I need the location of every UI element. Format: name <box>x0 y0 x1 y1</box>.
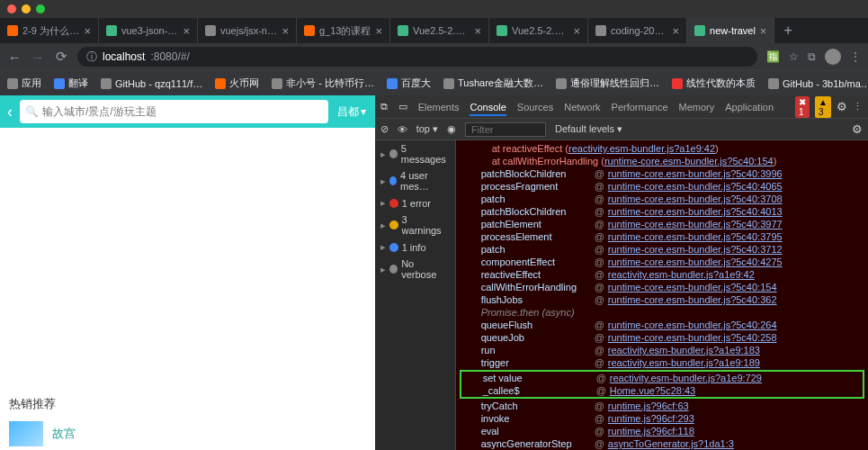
device-toggle-icon[interactable]: ▭ <box>398 101 407 112</box>
source-link[interactable]: runtime.js?96cf:118 <box>608 426 694 436</box>
stack-frame[interactable]: reactiveEffect@reactivity.esm-bundler.js… <box>460 268 864 281</box>
source-link[interactable]: reactivity.esm-bundler.js?a1e9:183 <box>608 345 760 356</box>
browser-tab[interactable]: Vue2.5-2.6-3.0× <box>390 18 489 43</box>
sidebar-filter-row[interactable]: ▸5 messages <box>375 140 455 167</box>
error-badge[interactable]: ✖ 1 <box>795 96 810 118</box>
browser-menu-icon[interactable]: ⋮ <box>850 50 861 63</box>
bookmark-item[interactable]: 通俗理解线性回归… <box>556 76 659 90</box>
source-link[interactable]: runtime-core.esm-bundler.js?5c40:264 <box>608 320 777 330</box>
stack-frame[interactable]: queueJob@runtime-core.esm-bundler.js?5c4… <box>460 331 864 344</box>
bookmark-item[interactable]: Tushare金融大数… <box>443 76 543 90</box>
stack-frame[interactable]: patch@runtime-core.esm-bundler.js?5c40:3… <box>460 193 864 205</box>
devtools-tab[interactable]: Console <box>470 102 506 116</box>
stack-frame[interactable]: trigger@reactivity.esm-bundler.js?a1e9:1… <box>460 356 864 369</box>
stack-frame[interactable]: processFragment@runtime-core.esm-bundler… <box>460 180 864 193</box>
close-icon[interactable]: × <box>375 24 382 38</box>
stack-frame[interactable]: eval@runtime.js?96cf:118 <box>460 425 864 437</box>
site-info-icon[interactable]: ⓘ <box>86 50 97 65</box>
sidebar-filter-row[interactable]: ▸1 info <box>375 238 455 256</box>
bookmark-item[interactable]: 应用 <box>7 76 41 90</box>
clear-console-icon[interactable]: ⊘ <box>380 123 389 135</box>
stack-frame[interactable]: callWithErrorHandling@runtime-core.esm-b… <box>460 281 864 293</box>
browser-tab[interactable]: Vue2.5-2.6-3.0× <box>489 18 588 43</box>
source-link[interactable]: runtime-core.esm-bundler.js?5c40:3708 <box>608 194 783 204</box>
list-item[interactable]: 故宫 <box>0 418 375 450</box>
traffic-light-min[interactable] <box>22 4 31 14</box>
close-icon[interactable]: × <box>760 24 767 38</box>
devtools-tab[interactable]: Sources <box>517 102 553 112</box>
nav-back-button[interactable]: ← <box>7 50 22 65</box>
stack-frame[interactable]: tryCatch@runtime.js?96cf:63 <box>460 400 864 412</box>
source-link[interactable]: Home.vue?5c28:43 <box>610 385 695 396</box>
sidebar-filter-row[interactable]: ▸No verbose <box>375 256 455 283</box>
source-link[interactable]: reactivity.esm-bundler.js?a1e9:729 <box>610 373 762 383</box>
stack-frame[interactable]: patchBlockChildren@runtime-core.esm-bund… <box>460 167 864 180</box>
avatar-icon[interactable] <box>825 49 841 65</box>
eye-icon-2[interactable]: ◉ <box>447 123 456 135</box>
nav-forward-button[interactable]: → <box>31 50 45 65</box>
sidebar-filter-row[interactable]: ▸4 user mes… <box>375 167 455 194</box>
app-back-button[interactable]: ‹ <box>4 103 16 122</box>
source-link[interactable]: runtime-core.esm-bundler.js?5c40:4275 <box>608 256 783 267</box>
source-link[interactable]: runtime-core.esm-bundler.js?5c40:154 <box>608 282 777 292</box>
source-link[interactable]: runtime-core.esm-bundler.js?5c40:154 <box>604 156 774 166</box>
error-line[interactable]: at callWithErrorHandling (runtime-core.e… <box>460 155 864 167</box>
devtools-tab[interactable]: Network <box>564 102 600 112</box>
stack-frame[interactable]: set value@reactivity.esm-bundler.js?a1e9… <box>461 372 863 384</box>
close-icon[interactable]: × <box>84 24 91 38</box>
close-icon[interactable]: × <box>474 24 481 38</box>
stack-frame[interactable]: patchBlockChildren@runtime-core.esm-bund… <box>460 205 864 218</box>
source-link[interactable]: reactivity.esm-bundler.js?a1e9:42 <box>608 269 755 280</box>
source-link[interactable]: runtime.js?96cf:63 <box>608 400 689 411</box>
stack-frame[interactable]: run@reactivity.esm-bundler.js?a1e9:183 <box>460 344 864 356</box>
devtools-tab[interactable]: Elements <box>418 102 460 112</box>
source-link[interactable]: runtime-core.esm-bundler.js?5c40:362 <box>608 294 777 305</box>
browser-tab[interactable]: 2-9 为什么vscod× <box>0 18 99 43</box>
translate-icon[interactable]: 🈯 <box>766 50 780 63</box>
stack-frame[interactable]: _callee$@Home.vue?5c28:43 <box>461 384 863 397</box>
close-icon[interactable]: × <box>573 24 580 38</box>
source-link[interactable]: reactivity.esm-bundler.js?a1e9:42 <box>568 143 715 154</box>
source-link[interactable]: runtime-core.esm-bundler.js?5c40:3977 <box>608 219 783 230</box>
browser-tab[interactable]: g_13的课程× <box>297 18 390 43</box>
stack-frame[interactable]: processElement@runtime-core.esm-bundler.… <box>460 230 864 243</box>
bookmark-item[interactable]: 百度大 <box>387 76 431 90</box>
sidebar-filter-row[interactable]: ▸3 warnings <box>375 212 455 238</box>
browser-tab[interactable]: vuejs/jsx-next:× <box>198 18 297 43</box>
source-link[interactable]: runtime-core.esm-bundler.js?5c40:3712 <box>608 244 783 255</box>
close-icon[interactable]: × <box>672 24 679 38</box>
new-tab-button[interactable]: + <box>774 22 801 39</box>
source-link[interactable]: reactivity.esm-bundler.js?a1e9:189 <box>608 357 760 368</box>
sidebar-filter-row[interactable]: ▸1 error <box>375 194 455 212</box>
stack-frame[interactable]: invoke@runtime.js?96cf:293 <box>460 412 864 425</box>
eye-icon[interactable]: 👁 <box>398 124 407 135</box>
close-icon[interactable]: × <box>183 24 190 38</box>
browser-tab[interactable]: new-travel× <box>687 18 774 43</box>
bookmark-star-icon[interactable]: ☆ <box>789 50 799 63</box>
log-levels-selector[interactable]: Default levels ▾ <box>555 123 622 135</box>
source-link[interactable]: asyncToGenerator.js?1da1:3 <box>608 438 734 449</box>
devtools-tab[interactable]: Application <box>725 102 774 112</box>
console-output[interactable]: at reactiveEffect (reactivity.esm-bundle… <box>456 140 868 450</box>
nav-reload-button[interactable]: ⟳ <box>54 49 68 65</box>
source-link[interactable]: runtime-core.esm-bundler.js?5c40:258 <box>608 332 777 343</box>
stack-frame[interactable]: queueFlush@runtime-core.esm-bundler.js?5… <box>460 319 864 331</box>
close-icon[interactable]: × <box>282 24 289 38</box>
stack-frame[interactable]: componentEffect@runtime-core.esm-bundler… <box>460 256 864 268</box>
url-input[interactable]: ⓘ localhost:8080/#/ <box>77 47 757 67</box>
city-selector[interactable]: 昌都 ▾ <box>332 104 371 120</box>
context-selector[interactable]: top ▾ <box>416 123 438 135</box>
traffic-light-close[interactable] <box>7 4 16 14</box>
stack-frame[interactable]: patchElement@runtime-core.esm-bundler.js… <box>460 218 864 230</box>
stack-frame[interactable]: patch@runtime-core.esm-bundler.js?5c40:3… <box>460 243 864 256</box>
reader-icon[interactable]: ⧉ <box>808 50 816 63</box>
stack-frame[interactable]: flushJobs@runtime-core.esm-bundler.js?5c… <box>460 293 864 306</box>
browser-tab[interactable]: coding-203/coc× <box>588 18 687 43</box>
bookmark-item[interactable]: 火币网 <box>215 76 259 90</box>
search-box[interactable]: 🔍 <box>20 100 328 123</box>
devtools-settings-icon[interactable]: ⚙ <box>837 100 847 113</box>
bookmark-item[interactable]: GitHub - 3b1b/ma… <box>768 78 868 89</box>
source-link[interactable]: runtime.js?96cf:293 <box>608 413 694 424</box>
search-input[interactable] <box>42 105 323 118</box>
source-link[interactable]: runtime-core.esm-bundler.js?5c40:3795 <box>608 231 783 242</box>
